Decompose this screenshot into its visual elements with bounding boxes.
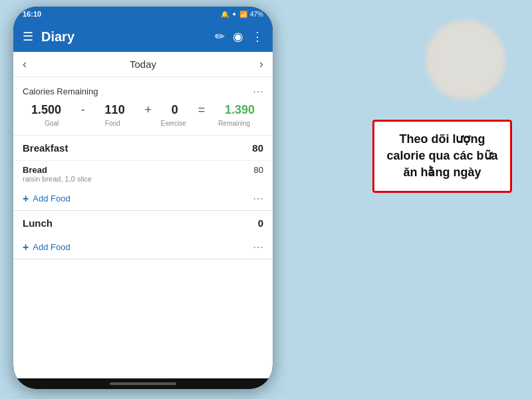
screen-content: ‹ Today › Calories Remaining ⋯ 1.500 - 1… — [13, 52, 273, 378]
status-bar: 16:10 🔔 ✦ 📶 47% — [13, 7, 273, 21]
minus-operator: - — [81, 103, 85, 117]
calories-more-icon[interactable]: ⋯ — [253, 85, 263, 98]
remaining-value: 1.390 — [225, 103, 255, 117]
bluetooth-icon: ✦ — [231, 11, 237, 18]
bread-detail: raisin bread, 1,0 slice — [23, 175, 92, 183]
breakfast-add-food-row: + Add Food ⋯ — [13, 187, 273, 210]
wifi-icon: 📶 — [239, 11, 247, 18]
lunch-calories: 0 — [258, 217, 263, 229]
calories-card: Calories Remaining ⋯ 1.500 - 110 + 0 = 1… — [13, 77, 273, 136]
goal-label: Goal — [33, 120, 70, 127]
status-icons: 🔔 ✦ 📶 47% — [221, 11, 263, 18]
bg-character — [426, 20, 505, 100]
breakfast-add-food-button[interactable]: + Add Food — [23, 193, 70, 205]
app-header: ☰ Diary ✏ ◉ ⋮ — [13, 21, 273, 52]
exercise-label: Exercise — [155, 120, 192, 127]
calories-card-header: Calories Remaining ⋯ — [23, 85, 263, 98]
bread-calories: 80 — [254, 165, 263, 175]
annotation-box: Theo dõi lượng calorie qua các bữa ăn hằ… — [372, 120, 512, 193]
bread-name: Bread — [23, 165, 92, 175]
exercise-value: 0 — [172, 103, 178, 117]
breakfast-more-icon[interactable]: ⋯ — [253, 192, 263, 205]
annotation-text: Theo dõi lượng calorie qua các bữa ăn hằ… — [386, 132, 497, 179]
lunch-header: Lunch 0 — [13, 211, 273, 235]
status-time: 16:10 — [23, 10, 41, 18]
bread-item-info: Bread raisin bread, 1,0 slice — [23, 165, 92, 183]
lunch-add-food-row: + Add Food ⋯ — [13, 235, 273, 259]
home-indicator — [110, 382, 176, 385]
date-nav: ‹ Today › — [13, 52, 273, 77]
chart-icon[interactable]: ◉ — [233, 29, 243, 44]
plus-operator: + — [144, 103, 152, 117]
lunch-more-icon[interactable]: ⋯ — [253, 241, 263, 253]
bread-item: Bread raisin bread, 1,0 slice 80 — [13, 160, 273, 187]
breakfast-calories: 80 — [252, 142, 263, 154]
cal-labels: Goal Food Exercise Remaining — [23, 120, 263, 127]
breakfast-add-food-label: Add Food — [33, 194, 70, 203]
next-date-button[interactable]: › — [259, 57, 263, 71]
lunch-plus-icon: + — [23, 241, 29, 253]
phone-frame: 16:10 🔔 ✦ 📶 47% ☰ Diary ✏ ◉ ⋮ ‹ Today › … — [13, 7, 273, 389]
battery-text: 47% — [250, 11, 263, 18]
current-date-label: Today — [130, 59, 156, 70]
lunch-name: Lunch — [23, 217, 53, 229]
equals-operator: = — [198, 103, 205, 117]
remaining-label: Remaining — [215, 120, 253, 127]
lunch-add-food-button[interactable]: + Add Food — [23, 241, 70, 253]
breakfast-name: Breakfast — [23, 142, 68, 154]
breakfast-header: Breakfast 80 — [13, 136, 273, 160]
food-label: Food — [94, 120, 131, 127]
more-options-icon[interactable]: ⋮ — [251, 29, 263, 44]
breakfast-plus-icon: + — [23, 193, 29, 205]
edit-icon[interactable]: ✏ — [215, 29, 225, 44]
lunch-add-food-label: Add Food — [33, 242, 70, 252]
home-bar — [13, 378, 273, 389]
food-value: 110 — [105, 103, 125, 117]
prev-date-button[interactable]: ‹ — [23, 57, 27, 71]
notification-icon: 🔔 — [221, 11, 229, 18]
app-title: Diary — [41, 29, 207, 45]
calories-remaining-label: Calories Remaining — [23, 86, 98, 96]
goal-value: 1.500 — [31, 103, 61, 117]
menu-icon[interactable]: ☰ — [23, 29, 33, 44]
calories-row: 1.500 - 110 + 0 = 1.390 — [23, 103, 263, 117]
breakfast-section: Breakfast 80 Bread raisin bread, 1,0 sli… — [13, 136, 273, 211]
lunch-section: Lunch 0 + Add Food ⋯ — [13, 211, 273, 259]
